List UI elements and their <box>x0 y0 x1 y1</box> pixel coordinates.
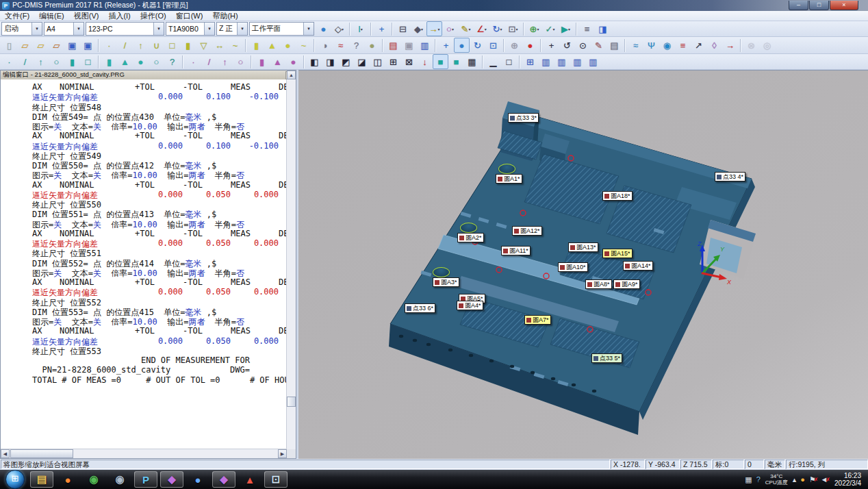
cube-view-6-icon[interactable]: ⊞ <box>385 54 401 69</box>
browser-ball-icon[interactable]: ● <box>56 471 79 488</box>
cube-view-1-icon[interactable]: ◧ <box>307 54 322 69</box>
file-save-icon[interactable]: ▣ <box>64 38 80 53</box>
max-rect-icon[interactable]: □ <box>501 54 517 69</box>
chevron-down-icon[interactable]: ▾ <box>153 23 164 35</box>
weather-tray-icon[interactable]: ● <box>800 475 805 484</box>
save-layout-icon[interactable]: ⊞ <box>522 54 538 69</box>
meas-solid-circle-icon[interactable]: ○ <box>149 54 164 69</box>
auto-line-icon[interactable]: / <box>117 38 133 53</box>
probe-tip-combo[interactable]: T1A90B0▾ <box>166 22 215 36</box>
chevron-down-icon[interactable]: ▾ <box>303 23 314 35</box>
editor-vertical-scrollbar[interactable]: ▲ ▼ <box>286 79 296 449</box>
dimension-angle-icon[interactable]: ∠▾ <box>474 21 489 36</box>
file-import-icon[interactable]: ▱ <box>33 38 49 53</box>
lamp-probe-icon[interactable]: ◊ <box>706 38 722 53</box>
editor-text-area[interactable]: AXNOMINAL+TOL-TOLMEASDEV逼近矢量方向偏差0.0000.1… <box>1 79 287 449</box>
menu-item-1[interactable]: 编辑(E) <box>34 11 69 21</box>
auto-square-slot-icon[interactable]: ↔ <box>212 38 227 53</box>
vertical-scroll-thumb[interactable] <box>287 397 296 407</box>
probe-drop-icon[interactable]: ↓ <box>417 54 433 69</box>
feature-label[interactable]: 点33 6* <box>405 303 435 313</box>
menu-item-0[interactable]: 文件(F) <box>0 11 34 21</box>
horizontal-scroll-thumb[interactable] <box>10 449 73 458</box>
help-tray-icon[interactable]: ? <box>756 475 761 484</box>
report-layout-1-icon[interactable]: ▥ <box>538 54 554 69</box>
rotate-ccw-icon[interactable]: ↺ <box>559 38 575 53</box>
gauge-compass-icon[interactable]: ◑ <box>317 38 333 53</box>
constr-sphere-icon[interactable]: ● <box>285 54 301 69</box>
menu-item-4[interactable]: 操作(O) <box>136 11 171 21</box>
quick-fixture-icon[interactable]: ✎▾ <box>458 21 474 36</box>
color-layers-icon[interactable]: ≡ <box>675 38 691 53</box>
probe-file-combo[interactable]: A4▾ <box>44 22 84 36</box>
globe-wire-icon[interactable]: ⊕ <box>507 38 522 53</box>
cube-view-4-icon[interactable]: ◪ <box>354 54 370 69</box>
chrome-icon[interactable]: ◉ <box>82 471 105 488</box>
meas-help-icon[interactable]: ? <box>164 54 180 69</box>
report-options-icon[interactable]: ≡ <box>579 21 595 36</box>
feature-label[interactable]: 点33 4* <box>715 172 745 181</box>
feature-label[interactable]: 圆A13* <box>568 242 598 252</box>
auto-round-slot-icon[interactable]: □ <box>164 38 180 53</box>
close-button[interactable]: × <box>830 1 858 10</box>
constr-circle-icon[interactable]: ○ <box>233 54 248 69</box>
min-line-icon[interactable]: ▁ <box>485 54 501 69</box>
pdf-app-icon[interactable]: ▲ <box>238 471 261 488</box>
feature-label[interactable]: 圆A9* <box>613 279 640 289</box>
feature-label[interactable]: 点33 5* <box>591 353 622 363</box>
chart-window-icon[interactable]: ▥ <box>417 38 433 53</box>
start-button[interactable]: ⊞ <box>5 470 25 489</box>
scroll-right-icon[interactable]: ▶ <box>278 449 287 458</box>
red-ball-icon[interactable]: ● <box>522 38 538 53</box>
file-saveas-icon[interactable]: ▣ <box>80 38 96 53</box>
feature-label[interactable]: 圆A10* <box>558 262 588 272</box>
report-layout-4-icon[interactable]: ▥ <box>585 54 601 69</box>
edit-window-header[interactable]: 编辑窗口 - 21-8228_6000_std_cavity.PRG × <box>1 71 296 80</box>
meas-point-icon[interactable]: · <box>1 54 17 69</box>
feature-label[interactable]: 圆A15* <box>602 249 633 258</box>
taskbar-clock[interactable]: 16:23 2022/3/4 <box>834 472 861 487</box>
pan-view-icon[interactable]: + <box>374 21 390 36</box>
meas-solid-cylinder-icon[interactable]: ▮ <box>101 54 117 69</box>
feature-label[interactable]: 圆A12* <box>512 226 542 236</box>
chevron-down-icon[interactable]: ▾ <box>73 23 84 35</box>
disabled-b-icon[interactable]: ◎ <box>759 38 775 53</box>
graphic-mode-sphere-icon[interactable]: ● <box>316 21 331 36</box>
scroll-left-icon[interactable]: ◀ <box>1 449 10 458</box>
file-open-icon[interactable]: ▱ <box>17 38 33 53</box>
auto-point-icon[interactable]: · <box>101 38 117 53</box>
feature-label[interactable]: 圆A8* <box>585 279 612 289</box>
cube-view-3-icon[interactable]: ◩ <box>338 54 354 69</box>
menu-item-3[interactable]: 插入(I) <box>103 11 135 21</box>
grid-icon[interactable]: ▦ <box>464 54 480 69</box>
camera-app-icon[interactable]: ◉ <box>108 471 131 488</box>
wps-app-2-icon[interactable]: ◆ <box>212 471 235 488</box>
cube-view-7-icon[interactable]: ⊠ <box>401 54 417 69</box>
meas-cylinder-icon[interactable]: ▮ <box>64 54 80 69</box>
cube-view-2-icon[interactable]: ◨ <box>322 54 338 69</box>
workplane-axis-combo[interactable]: Z 正▾ <box>216 22 248 36</box>
mesh-sphere-icon[interactable]: ● <box>364 38 380 53</box>
rotate-3d-icon[interactable]: ⊙ <box>575 38 591 53</box>
meas-solid-cone-icon[interactable]: ▲ <box>117 54 133 69</box>
auto-cone-icon[interactable]: ▽ <box>196 38 212 53</box>
graphic-display-window[interactable]: Z Y X 点33 3*点33 4*圆A1*圆A18*圆A12*圆A2*圆A13… <box>298 70 868 459</box>
rotate-target-icon[interactable]: → <box>722 38 738 53</box>
minimize-button[interactable]: – <box>789 1 808 10</box>
feature-tree-icon[interactable]: Ψ <box>643 38 659 53</box>
cube-view-5-icon[interactable]: ◫ <box>370 54 385 69</box>
constr-cone-icon[interactable]: ▲ <box>270 54 285 69</box>
meas-circle-icon[interactable]: ○ <box>49 54 64 69</box>
report-ruler-icon[interactable]: ▤ <box>607 38 622 53</box>
feature-label[interactable]: 圆A11* <box>501 246 531 255</box>
comment-icon[interactable]: ⊟ <box>395 21 411 36</box>
constr-point-icon[interactable]: · <box>186 54 201 69</box>
execute-play-icon[interactable]: ▶▾ <box>558 21 574 36</box>
feature-label[interactable]: 圆A4* <box>457 301 483 310</box>
auto-circle-icon[interactable]: ∪ <box>149 38 164 53</box>
report-layout-2-icon[interactable]: ▥ <box>554 54 570 69</box>
meas-line-icon[interactable]: / <box>17 54 33 69</box>
move-arrows-icon[interactable]: + <box>544 38 559 53</box>
meas-solid-sphere-icon[interactable]: ● <box>133 54 149 69</box>
file-close-icon[interactable]: ▱ <box>49 38 64 53</box>
